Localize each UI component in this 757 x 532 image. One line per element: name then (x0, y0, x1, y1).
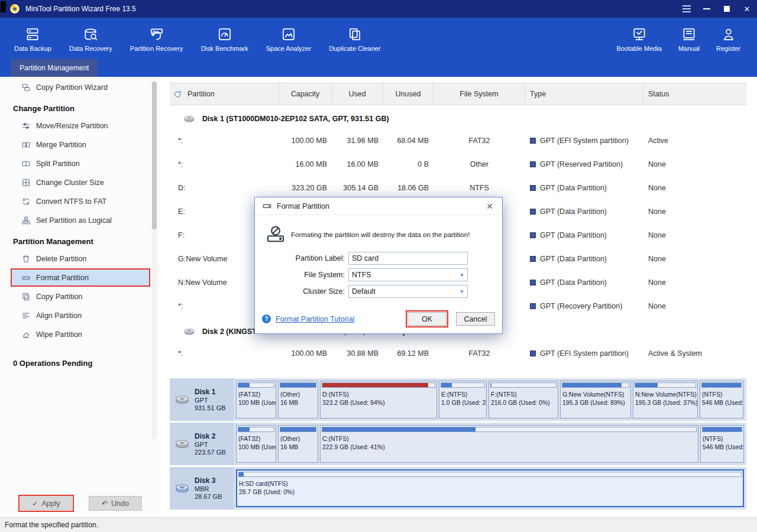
toolbar-item-duplicate-cleaner[interactable]: Duplicate Cleaner (329, 18, 380, 59)
toolbar-item-label: Disk Benchmark (201, 45, 248, 52)
disk-label-disk-3[interactable]: Disk 3MBR28.67 GB (170, 467, 234, 510)
ok-button[interactable]: OK (407, 312, 447, 326)
partition-block-n-new-volume-ntfs[interactable]: N:New Volume(NTFS)195.3 GB (Used: 37%) (633, 381, 698, 419)
sidebar-item-copy-partition-wizard[interactable]: Copy Partition Wizard (11, 78, 150, 96)
sidebar-item-convert-ntfs-to-fat[interactable]: Convert NTFS to FAT (11, 192, 150, 210)
column-header-used[interactable]: Used (332, 83, 383, 105)
disk-label-disk-1[interactable]: Disk 1GPT931.51 GB (170, 378, 234, 421)
partition-label-input[interactable] (348, 252, 468, 265)
column-header-label: Type (530, 90, 546, 98)
partition-block-g-new-volume-ntfs[interactable]: G:New Volume(NTFS)195.3 GB (Used: 89%) (560, 381, 631, 419)
sidebar-item-merge-partition[interactable]: Merge Partition (11, 135, 150, 154)
table-row[interactable]: D:323.20 GB305.14 GB18.06 GBNTFSGPT (Dat… (170, 176, 746, 200)
partition-block-d-ntfs[interactable]: D:(NTFS)323.2 GB (Used: 94%) (320, 381, 437, 419)
partition-block-other[interactable]: (Other)16 MB (278, 425, 318, 463)
sidebar-item-copy-partition[interactable]: Copy Partition (11, 287, 150, 306)
sidebar-item-move-resize-partition[interactable]: Move/Resize Partition (11, 116, 150, 135)
partition-block-c-ntfs[interactable]: C:(NTFS)222.9 GB (Used: 41%) (320, 425, 698, 463)
cancel-button[interactable]: Cancel (456, 312, 495, 326)
sidebar-item-format-partition[interactable]: Format Partition (11, 268, 150, 287)
partition-block-e-ntfs[interactable]: E:(NTFS)1.0 GB (Used: 25%) (439, 381, 487, 419)
table-header: PartitionCapacityUsedUnusedFile SystemTy… (170, 83, 746, 105)
dialog-title-bar: Format Partition ✕ (255, 197, 502, 215)
toolbar-item-bootable-media[interactable]: Bootable Media (617, 18, 662, 59)
cell-value: GPT (Data Partition) (540, 184, 607, 192)
undo-button[interactable]: ↶ Undo (89, 496, 142, 511)
column-header-type[interactable]: Type (525, 83, 643, 105)
cell-value: D: (178, 184, 186, 192)
cell-partition: *: (170, 342, 279, 365)
drive-icon (262, 201, 272, 211)
sidebar-item-delete-partition[interactable]: Delete Partition (11, 249, 150, 268)
cell-value: GPT (Data Partition) (540, 231, 607, 239)
disk-partitions: H:SD card(NTFS)28.7 GB (Used: 0%) (234, 467, 746, 510)
disk-map-row: Disk 3MBR28.67 GBH:SD card(NTFS)28.7 GB … (170, 467, 746, 510)
sidebar-item-label: Split Partition (36, 160, 80, 168)
close-icon[interactable]: ✕ (737, 0, 757, 18)
minimize-icon[interactable] (697, 0, 717, 18)
maximize-icon[interactable] (717, 0, 737, 18)
tab-partition-management[interactable]: Partition Management (11, 59, 98, 77)
cluster-size-select[interactable]: Default ▼ (348, 285, 468, 298)
cell-value: GPT (Data Partition) (540, 278, 607, 287)
partition-block-f-ntfs[interactable]: F:(NTFS)216.0 GB (Used: 0%) (489, 381, 558, 419)
partition-block-label: D:(NTFS) (322, 391, 436, 398)
disk-map: Disk 1GPT931.51 GB(FAT32)100 MB (Used: 3… (170, 378, 746, 510)
table-row[interactable]: *:100.00 MB31.96 MB68.04 MBFAT32GPT (EFI… (170, 129, 746, 153)
sidebar-item-label: Set Partition as Logical (36, 216, 112, 225)
sidebar-item-split-partition[interactable]: Split Partition (11, 154, 150, 173)
table-row[interactable]: *:16.00 MB16.00 MB0 BOtherGPT (Reserved … (170, 153, 746, 176)
usage-bar-track (238, 382, 274, 388)
column-header-file-system[interactable]: File System (434, 83, 525, 105)
sidebar-scrollbar (152, 82, 157, 439)
usage-bar-track (238, 472, 742, 477)
partition-block-h-sd-card-ntfs[interactable]: H:SD card(NTFS)28.7 GB (Used: 0%) (236, 469, 744, 507)
usage-bar-fill (322, 427, 475, 432)
toolbar-item-manual[interactable]: Manual (678, 18, 700, 59)
toolbar-item-data-recovery[interactable]: Data Recovery (69, 18, 112, 59)
cluster-size-value: Default (349, 287, 460, 296)
usage-bar-fill (239, 472, 244, 476)
sidebar-scrollbar-thumb[interactable] (152, 82, 157, 229)
sidebar-item-set-partition-as-logical[interactable]: Set Partition as Logical (11, 211, 150, 229)
dialog-close-icon[interactable]: ✕ (483, 200, 496, 212)
file-system-select[interactable]: NTFS ▼ (348, 268, 468, 281)
partition-type-icon (530, 161, 536, 167)
sidebar-item-label: Convert NTFS to FAT (36, 197, 106, 206)
cell-status: None (643, 200, 746, 223)
column-header-unused[interactable]: Unused (383, 83, 434, 105)
toolbar-item-space-analyzer[interactable]: Space Analyzer (266, 18, 311, 59)
cell-value: 68.04 MB (397, 137, 429, 145)
sidebar-item-change-cluster-size[interactable]: Change Cluster Size (11, 173, 150, 192)
toolbar-item-data-backup[interactable]: Data Backup (14, 18, 51, 59)
format-icon (21, 273, 31, 283)
menu-icon[interactable] (677, 0, 697, 18)
toolbar-item-register[interactable]: Register (716, 18, 740, 59)
table-row[interactable]: *:100.00 MB30.88 MB69.12 MBFAT32GPT (EFI… (170, 342, 746, 365)
cell-value: *: (178, 137, 183, 145)
partition-block-fat32[interactable]: (FAT32)100 MB (Used: 32%) (236, 381, 276, 419)
partition-block-fat32[interactable]: (FAT32)100 MB (Used: 31%) (236, 425, 276, 463)
column-header-status[interactable]: Status (643, 83, 746, 105)
partition-block-ntfs[interactable]: (NTFS)546 MB (Used: 100%) (700, 425, 744, 463)
cluster-icon (21, 178, 31, 187)
disk-icon (173, 436, 191, 452)
disk-label-disk-2[interactable]: Disk 2GPT223.57 GB (170, 423, 234, 465)
usage-bar-fill (238, 383, 250, 387)
sidebar-item-align-partition[interactable]: Align Partition (11, 306, 150, 325)
tutorial-link[interactable]: Format Partition Tutorial (276, 315, 354, 323)
cell-value: 0 B (418, 160, 429, 168)
check-icon: ✓ (32, 499, 38, 508)
toolbar-item-partition-recovery[interactable]: Partition Recovery (130, 18, 183, 59)
partition-block-ntfs[interactable]: (NTFS)546 MB (Used: 100%) (700, 381, 743, 419)
column-header-capacity[interactable]: Capacity (279, 83, 332, 105)
partition-block-other[interactable]: (Other)16 MB (278, 381, 318, 419)
status-bar: Format the specified partition. (0, 517, 757, 532)
cell-used: 30.88 MB (332, 342, 383, 365)
dialog-title: Format Partition (277, 202, 329, 210)
toolbar-item-label: Bootable Media (617, 45, 662, 52)
sidebar-item-wipe-partition[interactable]: Wipe Partition (11, 325, 150, 343)
apply-button[interactable]: ✓ Apply (20, 497, 72, 510)
toolbar-item-disk-benchmark[interactable]: Disk Benchmark (201, 18, 248, 59)
column-header-partition[interactable]: Partition (170, 83, 279, 105)
